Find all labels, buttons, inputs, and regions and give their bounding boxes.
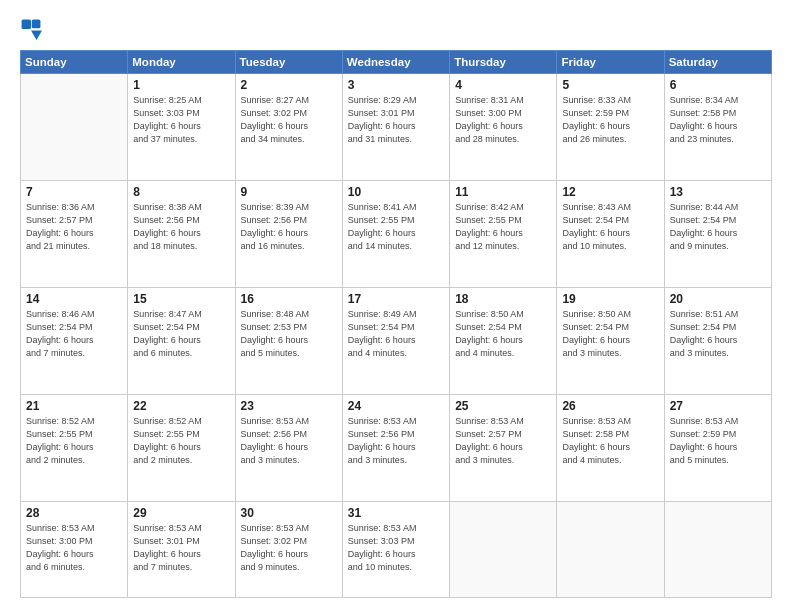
day-cell: 20Sunrise: 8:51 AM Sunset: 2:54 PM Dayli… xyxy=(664,287,771,394)
day-info: Sunrise: 8:53 AM Sunset: 2:56 PM Dayligh… xyxy=(241,415,337,467)
day-info: Sunrise: 8:46 AM Sunset: 2:54 PM Dayligh… xyxy=(26,308,122,360)
day-info: Sunrise: 8:39 AM Sunset: 2:56 PM Dayligh… xyxy=(241,201,337,253)
day-number: 22 xyxy=(133,399,229,413)
day-cell: 19Sunrise: 8:50 AM Sunset: 2:54 PM Dayli… xyxy=(557,287,664,394)
day-number: 9 xyxy=(241,185,337,199)
day-number: 23 xyxy=(241,399,337,413)
day-info: Sunrise: 8:27 AM Sunset: 3:02 PM Dayligh… xyxy=(241,94,337,146)
day-number: 1 xyxy=(133,78,229,92)
day-cell: 8Sunrise: 8:38 AM Sunset: 2:56 PM Daylig… xyxy=(128,180,235,287)
day-number: 29 xyxy=(133,506,229,520)
day-number: 5 xyxy=(562,78,658,92)
col-header-sunday: Sunday xyxy=(21,51,128,74)
day-info: Sunrise: 8:36 AM Sunset: 2:57 PM Dayligh… xyxy=(26,201,122,253)
day-cell: 3Sunrise: 8:29 AM Sunset: 3:01 PM Daylig… xyxy=(342,74,449,181)
day-number: 17 xyxy=(348,292,444,306)
day-number: 27 xyxy=(670,399,766,413)
day-number: 20 xyxy=(670,292,766,306)
day-info: Sunrise: 8:42 AM Sunset: 2:55 PM Dayligh… xyxy=(455,201,551,253)
day-number: 19 xyxy=(562,292,658,306)
day-info: Sunrise: 8:52 AM Sunset: 2:55 PM Dayligh… xyxy=(26,415,122,467)
day-cell: 7Sunrise: 8:36 AM Sunset: 2:57 PM Daylig… xyxy=(21,180,128,287)
day-cell xyxy=(450,501,557,597)
day-number: 13 xyxy=(670,185,766,199)
calendar-page: SundayMondayTuesdayWednesdayThursdayFrid… xyxy=(0,0,792,612)
col-header-monday: Monday xyxy=(128,51,235,74)
day-number: 12 xyxy=(562,185,658,199)
day-cell: 21Sunrise: 8:52 AM Sunset: 2:55 PM Dayli… xyxy=(21,394,128,501)
svg-marker-2 xyxy=(31,31,42,40)
day-info: Sunrise: 8:31 AM Sunset: 3:00 PM Dayligh… xyxy=(455,94,551,146)
day-number: 10 xyxy=(348,185,444,199)
day-cell: 29Sunrise: 8:53 AM Sunset: 3:01 PM Dayli… xyxy=(128,501,235,597)
col-header-wednesday: Wednesday xyxy=(342,51,449,74)
day-cell: 6Sunrise: 8:34 AM Sunset: 2:58 PM Daylig… xyxy=(664,74,771,181)
day-number: 15 xyxy=(133,292,229,306)
day-info: Sunrise: 8:49 AM Sunset: 2:54 PM Dayligh… xyxy=(348,308,444,360)
day-info: Sunrise: 8:53 AM Sunset: 2:57 PM Dayligh… xyxy=(455,415,551,467)
day-cell: 13Sunrise: 8:44 AM Sunset: 2:54 PM Dayli… xyxy=(664,180,771,287)
day-number: 14 xyxy=(26,292,122,306)
day-cell: 27Sunrise: 8:53 AM Sunset: 2:59 PM Dayli… xyxy=(664,394,771,501)
day-info: Sunrise: 8:53 AM Sunset: 3:01 PM Dayligh… xyxy=(133,522,229,574)
day-info: Sunrise: 8:53 AM Sunset: 3:00 PM Dayligh… xyxy=(26,522,122,574)
day-number: 26 xyxy=(562,399,658,413)
day-info: Sunrise: 8:48 AM Sunset: 2:53 PM Dayligh… xyxy=(241,308,337,360)
day-info: Sunrise: 8:44 AM Sunset: 2:54 PM Dayligh… xyxy=(670,201,766,253)
day-cell: 12Sunrise: 8:43 AM Sunset: 2:54 PM Dayli… xyxy=(557,180,664,287)
day-number: 24 xyxy=(348,399,444,413)
day-cell: 18Sunrise: 8:50 AM Sunset: 2:54 PM Dayli… xyxy=(450,287,557,394)
day-cell: 26Sunrise: 8:53 AM Sunset: 2:58 PM Dayli… xyxy=(557,394,664,501)
day-info: Sunrise: 8:53 AM Sunset: 2:58 PM Dayligh… xyxy=(562,415,658,467)
day-cell xyxy=(557,501,664,597)
logo xyxy=(20,18,46,40)
day-cell: 5Sunrise: 8:33 AM Sunset: 2:59 PM Daylig… xyxy=(557,74,664,181)
day-info: Sunrise: 8:29 AM Sunset: 3:01 PM Dayligh… xyxy=(348,94,444,146)
day-info: Sunrise: 8:38 AM Sunset: 2:56 PM Dayligh… xyxy=(133,201,229,253)
day-cell: 25Sunrise: 8:53 AM Sunset: 2:57 PM Dayli… xyxy=(450,394,557,501)
day-info: Sunrise: 8:51 AM Sunset: 2:54 PM Dayligh… xyxy=(670,308,766,360)
day-cell xyxy=(21,74,128,181)
calendar-table: SundayMondayTuesdayWednesdayThursdayFrid… xyxy=(20,50,772,598)
header-row: SundayMondayTuesdayWednesdayThursdayFrid… xyxy=(21,51,772,74)
day-cell: 15Sunrise: 8:47 AM Sunset: 2:54 PM Dayli… xyxy=(128,287,235,394)
day-info: Sunrise: 8:25 AM Sunset: 3:03 PM Dayligh… xyxy=(133,94,229,146)
day-info: Sunrise: 8:53 AM Sunset: 3:03 PM Dayligh… xyxy=(348,522,444,574)
day-cell xyxy=(664,501,771,597)
day-cell: 16Sunrise: 8:48 AM Sunset: 2:53 PM Dayli… xyxy=(235,287,342,394)
day-cell: 10Sunrise: 8:41 AM Sunset: 2:55 PM Dayli… xyxy=(342,180,449,287)
day-cell: 11Sunrise: 8:42 AM Sunset: 2:55 PM Dayli… xyxy=(450,180,557,287)
day-cell: 23Sunrise: 8:53 AM Sunset: 2:56 PM Dayli… xyxy=(235,394,342,501)
day-number: 6 xyxy=(670,78,766,92)
day-number: 8 xyxy=(133,185,229,199)
day-number: 21 xyxy=(26,399,122,413)
day-info: Sunrise: 8:53 AM Sunset: 2:59 PM Dayligh… xyxy=(670,415,766,467)
day-number: 31 xyxy=(348,506,444,520)
logo-icon xyxy=(20,18,42,40)
day-number: 7 xyxy=(26,185,122,199)
day-cell: 1Sunrise: 8:25 AM Sunset: 3:03 PM Daylig… xyxy=(128,74,235,181)
day-number: 4 xyxy=(455,78,551,92)
day-info: Sunrise: 8:52 AM Sunset: 2:55 PM Dayligh… xyxy=(133,415,229,467)
week-row-1: 1Sunrise: 8:25 AM Sunset: 3:03 PM Daylig… xyxy=(21,74,772,181)
day-cell: 14Sunrise: 8:46 AM Sunset: 2:54 PM Dayli… xyxy=(21,287,128,394)
day-info: Sunrise: 8:41 AM Sunset: 2:55 PM Dayligh… xyxy=(348,201,444,253)
day-info: Sunrise: 8:50 AM Sunset: 2:54 PM Dayligh… xyxy=(562,308,658,360)
page-header xyxy=(20,18,772,40)
week-row-5: 28Sunrise: 8:53 AM Sunset: 3:00 PM Dayli… xyxy=(21,501,772,597)
day-info: Sunrise: 8:47 AM Sunset: 2:54 PM Dayligh… xyxy=(133,308,229,360)
day-number: 2 xyxy=(241,78,337,92)
col-header-saturday: Saturday xyxy=(664,51,771,74)
day-cell: 30Sunrise: 8:53 AM Sunset: 3:02 PM Dayli… xyxy=(235,501,342,597)
day-number: 30 xyxy=(241,506,337,520)
day-cell: 31Sunrise: 8:53 AM Sunset: 3:03 PM Dayli… xyxy=(342,501,449,597)
day-number: 18 xyxy=(455,292,551,306)
day-info: Sunrise: 8:33 AM Sunset: 2:59 PM Dayligh… xyxy=(562,94,658,146)
day-cell: 28Sunrise: 8:53 AM Sunset: 3:00 PM Dayli… xyxy=(21,501,128,597)
week-row-3: 14Sunrise: 8:46 AM Sunset: 2:54 PM Dayli… xyxy=(21,287,772,394)
day-cell: 17Sunrise: 8:49 AM Sunset: 2:54 PM Dayli… xyxy=(342,287,449,394)
day-cell: 22Sunrise: 8:52 AM Sunset: 2:55 PM Dayli… xyxy=(128,394,235,501)
col-header-tuesday: Tuesday xyxy=(235,51,342,74)
week-row-2: 7Sunrise: 8:36 AM Sunset: 2:57 PM Daylig… xyxy=(21,180,772,287)
day-number: 3 xyxy=(348,78,444,92)
